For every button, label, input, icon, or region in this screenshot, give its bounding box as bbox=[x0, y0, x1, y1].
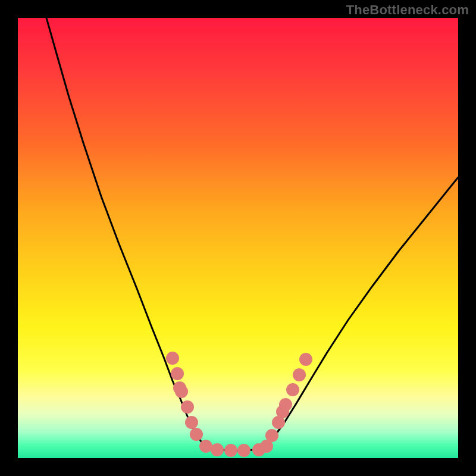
marker-dot bbox=[286, 383, 299, 396]
marker-dot bbox=[279, 398, 292, 411]
curve-right bbox=[265, 177, 458, 447]
plot-area bbox=[18, 18, 458, 458]
watermark-text: TheBottleneck.com bbox=[346, 2, 469, 18]
marker-dot bbox=[211, 443, 224, 456]
marker-dot bbox=[190, 428, 203, 441]
marker-dot bbox=[299, 353, 312, 366]
marker-dot bbox=[293, 368, 306, 381]
chart-overlay bbox=[18, 18, 458, 458]
marker-dot bbox=[185, 416, 198, 429]
marker-dot bbox=[265, 429, 278, 442]
marker-dot bbox=[171, 367, 184, 380]
marker-dot bbox=[224, 444, 237, 457]
marker-dots bbox=[166, 352, 312, 457]
marker-dot bbox=[166, 352, 179, 365]
marker-dot bbox=[181, 400, 194, 414]
marker-dot bbox=[199, 440, 212, 453]
chart-frame: TheBottleneck.com bbox=[0, 0, 476, 476]
marker-dot bbox=[237, 444, 250, 457]
marker-dot bbox=[175, 385, 188, 398]
